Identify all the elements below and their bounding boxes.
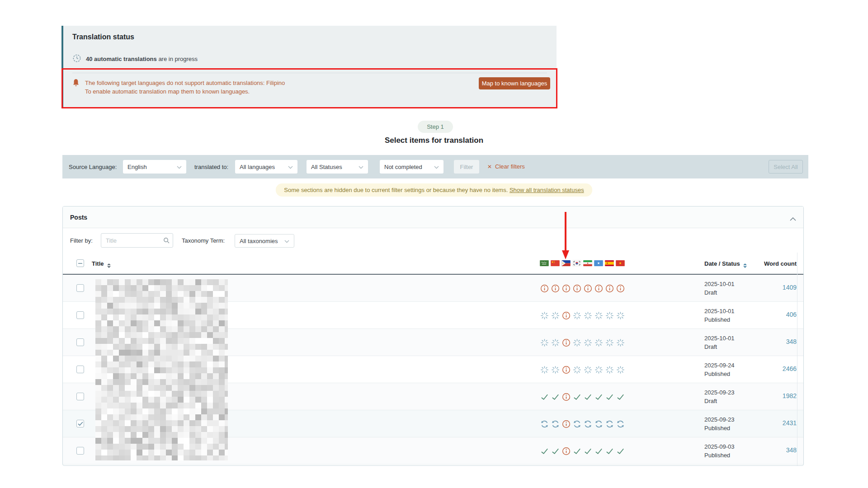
date-status-cell: 2025-10-01Draft <box>704 334 735 351</box>
row-checkbox[interactable] <box>76 284 84 292</box>
translation-status-panel: Translation status 40 automatic translat… <box>61 26 557 108</box>
source-language-value: English <box>127 164 147 170</box>
translation-status-icons <box>539 365 626 374</box>
row-checkbox[interactable] <box>76 393 84 400</box>
word-count-link[interactable]: 1982 <box>783 392 797 399</box>
translation-status-icons <box>539 311 626 320</box>
row-checkbox[interactable] <box>76 311 84 319</box>
refresh-status-icon <box>539 419 550 428</box>
column-date-status[interactable]: Date / Status <box>704 260 747 268</box>
spinner-status-icon <box>539 338 550 347</box>
target-languages-select[interactable]: All languages <box>235 160 297 174</box>
info-status-icon <box>561 419 571 428</box>
source-language-label: Source Language: <box>69 164 117 170</box>
flag-filipino-icon <box>561 260 571 266</box>
info-status-icon <box>593 284 604 293</box>
chevron-down-icon <box>177 164 182 170</box>
progress-line: 40 automatic translations are in progres… <box>72 54 198 64</box>
posts-panel: Posts Filter by: Taxonomy Term: All taxo… <box>62 206 804 466</box>
chevron-down-icon <box>284 238 289 244</box>
completion-select[interactable]: Not completed <box>380 160 443 174</box>
check-status-icon <box>582 446 593 455</box>
row-checkbox-checked[interactable] <box>76 420 84 427</box>
sort-icon <box>743 263 747 268</box>
check-status-icon <box>539 392 550 401</box>
sort-icon <box>107 263 111 268</box>
word-count-link[interactable]: 348 <box>786 446 797 454</box>
filter-button[interactable]: Filter <box>454 160 479 174</box>
statuses-select[interactable]: All Statuses <box>307 160 368 174</box>
spinner-status-icon <box>539 365 550 374</box>
info-status-icon <box>604 284 615 293</box>
clear-filters-label: Clear filters <box>495 163 525 170</box>
filter-by-label: Filter by: <box>70 237 93 244</box>
info-status-icon <box>561 446 571 455</box>
info-status-icon <box>561 365 571 374</box>
column-title[interactable]: Title <box>92 260 111 268</box>
row-date: 2025-09-23 <box>704 415 735 424</box>
row-date: 2025-09-23 <box>704 388 735 397</box>
word-count-link[interactable]: 406 <box>786 311 797 318</box>
row-status: Draft <box>704 343 735 351</box>
row-status: Published <box>704 424 735 432</box>
check-status-icon <box>615 446 626 455</box>
spinner-status-icon <box>593 338 604 347</box>
language-flags-row <box>539 260 626 266</box>
hidden-sections-notice: Some sections are hidden due to current … <box>0 183 868 197</box>
completion-value: Not completed <box>384 164 422 170</box>
source-language-select[interactable]: English <box>123 160 186 174</box>
flag-arabic-icon <box>539 260 550 266</box>
row-checkbox[interactable] <box>76 338 84 346</box>
spinner-status-icon <box>550 311 561 320</box>
flag-vietnamese-icon <box>615 260 626 266</box>
info-status-icon <box>582 284 593 293</box>
row-checkbox[interactable] <box>76 447 84 455</box>
spinner-status-icon <box>571 365 582 374</box>
filter-bar: Source Language: English translated to: … <box>62 155 808 178</box>
taxonomy-select[interactable]: All taxonomies <box>235 234 294 248</box>
row-status: Draft <box>704 288 735 297</box>
row-date: 2025-10-01 <box>704 280 735 288</box>
map-to-known-languages-button[interactable]: Map to known languages <box>479 77 550 89</box>
info-status-icon <box>561 338 571 347</box>
check-status-icon <box>615 392 626 401</box>
row-date: 2025-09-24 <box>704 361 735 370</box>
word-count-link[interactable]: 2431 <box>783 419 797 427</box>
word-count-link[interactable]: 348 <box>786 338 797 345</box>
spinner-status-icon <box>571 338 582 347</box>
divider <box>797 253 797 465</box>
chevron-down-icon <box>359 164 363 170</box>
check-status-icon <box>571 446 582 455</box>
info-status-icon <box>615 284 626 293</box>
flag-korean-icon <box>571 260 582 266</box>
check-status-icon <box>604 392 615 401</box>
spinner-status-icon <box>604 365 615 374</box>
show-all-statuses-link[interactable]: Show all translation statuses <box>509 187 584 193</box>
check-status-icon <box>593 446 604 455</box>
word-count-link[interactable]: 2466 <box>783 365 797 372</box>
column-date-status-label: Date / Status <box>704 260 740 267</box>
select-all-button[interactable]: Select All <box>769 160 803 174</box>
title-search-input[interactable] <box>101 233 173 248</box>
flag-chinese-icon <box>550 260 561 266</box>
chevron-up-icon[interactable] <box>790 215 796 223</box>
refresh-status-icon <box>593 419 604 428</box>
translation-status-icons <box>539 446 626 455</box>
row-status: Draft <box>704 397 735 405</box>
spinner-status-icon <box>582 338 593 347</box>
refresh-status-icon <box>571 419 582 428</box>
spinner-status-icon <box>593 311 604 320</box>
info-status-icon <box>561 284 571 293</box>
row-checkbox[interactable] <box>76 366 84 373</box>
clear-filters-link[interactable]: ✕ Clear filters <box>487 163 525 170</box>
spinner-status-icon <box>615 365 626 374</box>
refresh-status-icon <box>582 419 593 428</box>
word-count-link[interactable]: 1409 <box>783 284 797 291</box>
row-date: 2025-09-03 <box>704 442 735 451</box>
spinner-status-icon <box>539 311 550 320</box>
translated-to-label: translated to: <box>194 164 228 170</box>
date-status-cell: 2025-09-03Published <box>704 442 735 460</box>
taxonomy-term-label: Taxonomy Term: <box>182 237 225 244</box>
posts-filter-row: Filter by: Taxonomy Term: All taxonomies <box>63 228 803 253</box>
select-all-checkbox[interactable] <box>76 259 84 267</box>
